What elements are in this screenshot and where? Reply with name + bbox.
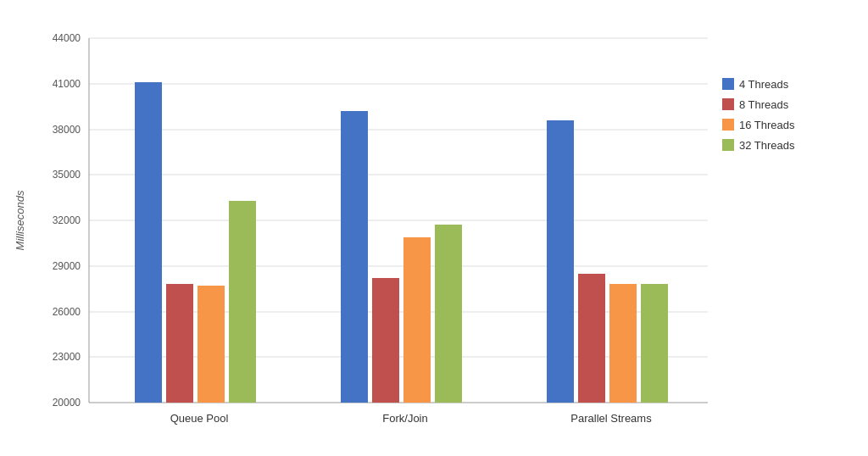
legend-label-32threads: 32 Threads <box>739 139 795 152</box>
bar-forkjoin-8threads <box>372 278 399 403</box>
y-tick-32000: 32000 <box>53 214 81 226</box>
bar-queue-pool-16threads <box>198 286 225 403</box>
y-tick-29000: 29000 <box>53 260 81 272</box>
y-tick-26000: 26000 <box>53 306 81 318</box>
y-tick-44000: 44000 <box>53 32 81 44</box>
bar-queue-pool-32threads <box>229 201 256 403</box>
legend-color-32threads <box>722 139 734 151</box>
x-label-queue-pool: Queue Pool <box>170 412 229 425</box>
bar-parallelstreams-8threads <box>578 274 605 403</box>
legend-label-4threads: 4 Threads <box>739 78 789 91</box>
legend-label-8threads: 8 Threads <box>739 98 789 111</box>
y-tick-35000: 35000 <box>53 169 81 181</box>
y-tick-20000: 20000 <box>53 397 81 409</box>
bar-parallelstreams-16threads <box>609 284 637 403</box>
legend-color-4threads <box>722 78 734 90</box>
bar-forkjoin-16threads <box>403 237 431 403</box>
bar-queue-pool-8threads <box>166 284 193 403</box>
legend-label-16threads: 16 Threads <box>739 119 795 131</box>
y-axis-label: Milliseconds <box>14 190 26 250</box>
y-tick-38000: 38000 <box>53 124 81 136</box>
bar-queue-pool-4threads <box>135 82 162 403</box>
bar-forkjoin-32threads <box>435 225 462 403</box>
bar-parallelstreams-4threads <box>547 120 574 403</box>
x-label-parallel-streams: Parallel Streams <box>570 412 652 425</box>
bar-parallelstreams-32threads <box>641 284 668 403</box>
y-tick-23000: 23000 <box>53 351 81 363</box>
legend-color-8threads <box>722 98 734 110</box>
legend-color-16threads <box>722 119 734 131</box>
bar-forkjoin-4threads <box>341 111 368 403</box>
chart-container: // Computed in SVG space // plotLeft=105… <box>0 0 868 456</box>
y-tick-41000: 41000 <box>53 78 81 90</box>
x-label-forkjoin: Fork/Join <box>382 412 427 425</box>
